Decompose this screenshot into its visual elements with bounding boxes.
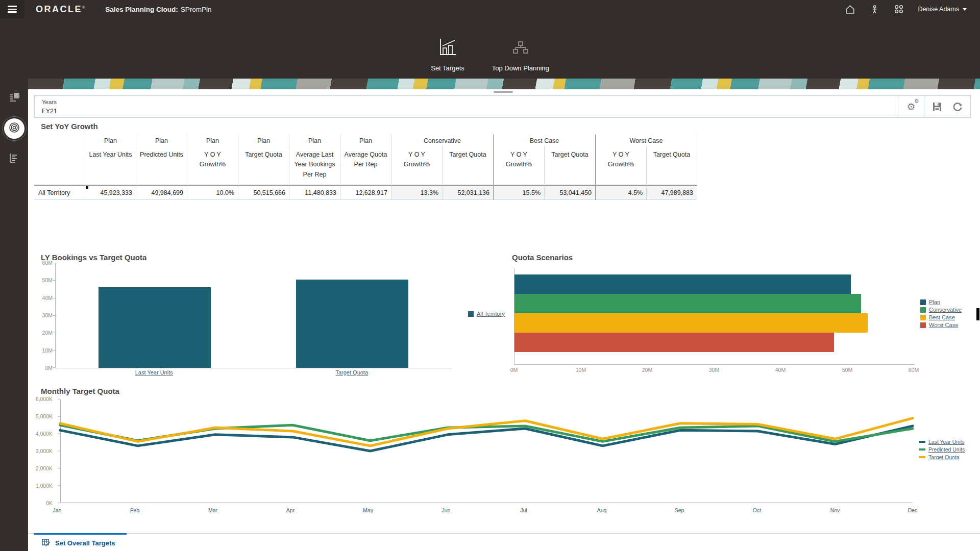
accessibility-person-icon[interactable] [869,4,880,15]
month-label-may[interactable]: May [363,507,373,513]
sidebar-item-report-chart[interactable] [3,88,26,110]
tab-top-down-planning[interactable]: Top Down Planning [492,12,549,79]
sidebar-item-bullseye[interactable] [4,118,24,139]
column-group-plan: Plan [136,134,187,145]
legend-label[interactable]: Target Quota [928,454,960,460]
cell-worst-case-y-o-y-growth-[interactable]: 4.5% [595,186,646,200]
column-group-plan: Plan [289,134,340,145]
tab-set-overall-targets[interactable]: Set Overall Targets [34,533,127,551]
month-label-dec[interactable]: Dec [908,507,918,513]
vertical-scrollbar-thumb[interactable] [976,308,979,320]
ly-chart-plot [55,263,451,368]
legend-label[interactable]: Worst Case [929,322,958,328]
pov-member-years[interactable]: Years FY21 [35,96,57,117]
month-label-feb[interactable]: Feb [130,507,139,513]
save-icon[interactable] [931,101,943,113]
legend-label[interactable]: Best Case [929,314,955,320]
panel-drag-handle[interactable] [494,91,513,93]
month-label-mar[interactable]: Mar [208,507,217,513]
cell-worst-case-target-quota[interactable]: 47,989,883 [646,186,697,200]
bar-plan[interactable] [514,274,851,294]
monthly-chart-title: Monthly Target Quota [41,387,119,395]
apps-grid-icon[interactable] [893,4,904,15]
legend-label[interactable]: All Territory [477,311,505,317]
org-hierarchy-icon [511,31,530,57]
x-axis-label: 60M [909,367,919,373]
bar-worst-case[interactable] [514,333,834,352]
legend-item: Best Case [920,314,962,320]
column-header-worst-case-y-o-y-growth-: Y O Y Growth% [595,145,646,186]
app-window: ORACLE® Sales Planning Cloud:SPromPln De… [0,0,980,551]
legend-label[interactable]: Predicted Units [928,446,965,453]
y-axis-label: 60M [42,260,53,266]
bar-target-quota[interactable] [296,280,408,368]
actions-gear-icon[interactable]: ⚙⚙ [905,101,917,113]
month-label-aug[interactable]: Aug [597,507,607,513]
column-header-conservative-y-o-y-growth-: Y O Y Growth% [391,145,442,186]
refresh-icon[interactable] [951,101,964,113]
pov-member-value: FY21 [42,107,57,116]
month-label-nov[interactable]: Nov [830,507,840,513]
ly-chart-title: LY Bookings vs Target Quota [41,253,146,262]
y-axis-label: 4,000K [36,431,53,437]
grid-corner [34,134,85,186]
y-axis-label: 10M [42,347,53,354]
legend-label[interactable]: Last Year Units [928,439,965,445]
cell-conservative-target-quota[interactable]: 52,031,136 [442,186,493,200]
pov-bar: Years FY21 ⚙⚙ [34,95,971,118]
bar-conservative[interactable] [514,294,861,313]
cell-plan-target-quota[interactable]: 50,515,666 [238,186,289,200]
category-label-last-year-units[interactable]: Last Year Units [135,369,173,375]
category-label-target-quota[interactable]: Target Quota [335,369,368,375]
legend-swatch [920,307,926,313]
month-label-oct[interactable]: Oct [753,507,761,513]
home-icon[interactable] [844,4,855,15]
cell-plan-y-o-y-growth-[interactable]: 10.0% [187,186,238,200]
cell-selection-marker [86,186,88,189]
bar-best-case[interactable] [514,313,868,333]
x-axis-label: 50M [842,367,852,373]
y-axis-label: 6,000K [36,396,53,402]
y-axis-label: 5,000K [36,413,53,419]
legend-swatch [919,448,925,450]
ly-chart-legend: All Territory [468,311,505,318]
column-header-y-o-y-growth-: Y O Y Growth% [187,145,238,186]
hamburger-menu-icon[interactable] [0,0,24,18]
cell-plan-last-year-units[interactable]: 45,923,333 [85,186,136,200]
tab-set-targets[interactable]: Set Targets [431,12,464,79]
cell-conservative-y-o-y-growth-[interactable]: 13.3% [391,186,442,200]
y-axis-label: 1,000K [36,483,53,489]
row-header-all-territory[interactable]: All Territory [34,186,85,200]
cell-plan-average-last-year-bookings-per-rep[interactable]: 11,480,833 [289,186,340,200]
month-label-sep[interactable]: Sep [675,507,684,513]
y-axis-label: 20M [42,330,53,336]
month-label-jan[interactable]: Jan [53,507,62,513]
cell-best-case-y-o-y-growth-[interactable]: 15.5% [493,186,544,200]
cell-plan-predicted-units[interactable]: 49,984,699 [136,186,187,200]
month-label-apr[interactable]: Apr [286,507,295,513]
y-axis-label: 3,000K [36,448,53,454]
user-menu[interactable]: Denise Adams [918,6,967,13]
sidebar-item-content-outline[interactable] [3,148,26,170]
month-label-jun[interactable]: Jun [442,507,451,513]
column-group-conservative: Conservative [391,134,493,145]
main-content: Years FY21 ⚙⚙ Set YoY [28,79,980,533]
caret-down-icon [963,8,967,11]
column-header-worst-case-target-quota: Target Quota [646,145,697,186]
monthly-chart-y-axis: 0K1,000K2,000K3,000K4,000K5,000K6,000K [30,399,55,503]
x-axis-label: 40M [775,367,786,373]
grid-title: Set YoY Growth [41,122,98,131]
legend-swatch [920,315,926,320]
footer-tab-label: Set Overall Targets [55,539,115,547]
x-axis-label: 30M [709,367,719,373]
legend-swatch [468,311,474,317]
legend-label[interactable]: Plan [929,299,940,305]
sidebar-items [0,79,28,551]
y-axis-label: 40M [42,295,53,301]
bar-last-year-units[interactable] [99,287,211,368]
legend-label[interactable]: Conservative [929,307,962,313]
month-label-jul[interactable]: Jul [520,507,527,513]
cell-best-case-target-quota[interactable]: 53,041,450 [544,186,595,200]
cell-plan-average-quota-per-rep[interactable]: 12,628,917 [340,186,391,200]
quota-chart-title: Quota Scenarios [512,253,573,262]
